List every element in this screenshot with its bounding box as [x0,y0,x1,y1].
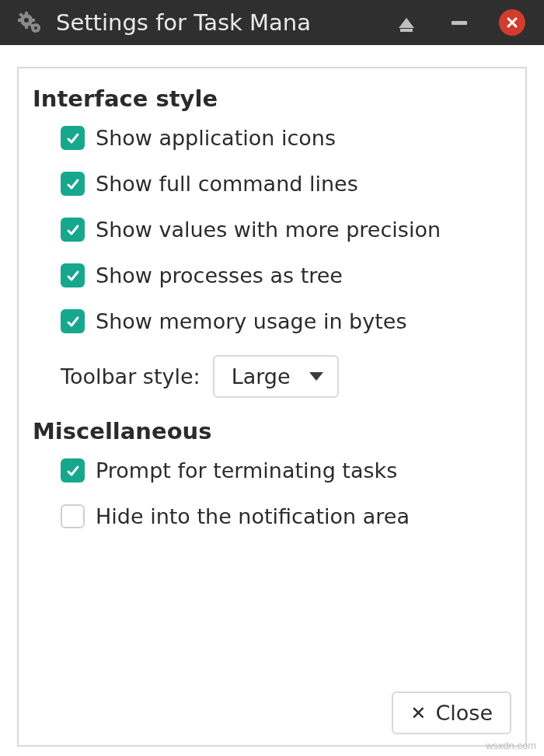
watermark: wsxdn.com [486,740,536,751]
triangle-up-icon [399,18,414,28]
misc-group: Prompt for terminating tasks Hide into t… [33,458,511,542]
label-show-tree: Show processes as tree [96,263,343,287]
svg-rect-2 [25,12,28,16]
checkbox-show-app-icons[interactable] [61,126,85,150]
checkbox-show-full-cmd[interactable] [61,172,85,196]
gears-icon [17,10,42,35]
window-title: Settings for Task Mana [56,9,311,36]
close-icon [499,9,525,36]
svg-point-1 [24,18,29,23]
x-icon: ✕ [410,704,426,723]
row-show-precision: Show values with more precision [61,218,511,242]
checkbox-show-precision[interactable] [61,218,85,242]
settings-panel: Interface style Show application icons S… [17,67,527,747]
label-toolbar-style: Toolbar style: [61,364,201,388]
row-show-full-cmd: Show full command lines [61,172,511,196]
row-show-tree: Show processes as tree [61,263,511,287]
label-prompt-terminate: Prompt for terminating tasks [96,458,397,483]
window-close-button[interactable] [493,9,532,36]
label-show-app-icons: Show application icons [96,126,336,150]
dialog-footer: ✕ Close [33,692,511,734]
checkbox-hide-tray[interactable] [61,504,85,528]
checkbox-prompt-terminate[interactable] [61,458,85,483]
row-toolbar-style: Toolbar style: Large [61,355,511,398]
always-on-top-button[interactable] [387,18,426,28]
svg-rect-3 [25,25,28,29]
svg-rect-5 [31,19,35,22]
svg-point-9 [34,26,37,30]
interface-group: Show application icons Show full command… [33,126,511,418]
close-button[interactable]: ✕ Close [392,692,511,734]
row-show-bytes: Show memory usage in bytes [61,309,511,333]
label-show-full-cmd: Show full command lines [96,172,358,196]
toolbar-style-value: Large [232,364,291,388]
minimize-button[interactable] [440,21,479,25]
chevron-down-icon [309,372,323,381]
row-hide-tray: Hide into the notification area [61,504,511,528]
close-button-label: Close [435,701,493,725]
toolbar-style-combobox[interactable]: Large [213,355,339,398]
minimize-icon [452,21,467,25]
row-show-app-icons: Show application icons [61,126,511,150]
label-show-bytes: Show memory usage in bytes [96,309,406,333]
label-show-precision: Show values with more precision [96,218,441,242]
settings-window: Settings for Task Mana Interface style [0,0,544,756]
checkbox-show-tree[interactable] [61,263,85,287]
interface-style-heading: Interface style [33,85,511,112]
label-hide-tray: Hide into the notification area [96,504,410,528]
checkbox-show-bytes[interactable] [61,309,85,333]
svg-rect-4 [18,19,22,22]
miscellaneous-heading: Miscellaneous [33,418,511,444]
titlebar: Settings for Task Mana [0,0,544,45]
row-prompt-terminate: Prompt for terminating tasks [61,458,511,483]
client-area: Interface style Show application icons S… [0,45,544,756]
